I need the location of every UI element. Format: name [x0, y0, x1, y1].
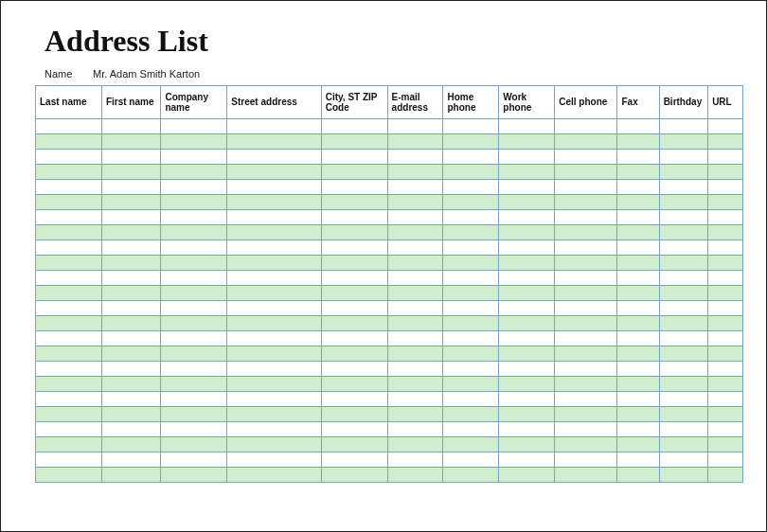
table-cell[interactable]	[101, 271, 161, 286]
table-cell[interactable]	[161, 150, 227, 165]
table-cell[interactable]	[555, 271, 617, 286]
table-cell[interactable]	[659, 119, 708, 134]
table-cell[interactable]	[387, 407, 443, 422]
table-cell[interactable]	[443, 256, 499, 271]
table-cell[interactable]	[617, 195, 659, 210]
table-cell[interactable]	[161, 225, 227, 240]
table-cell[interactable]	[659, 362, 708, 377]
table-cell[interactable]	[321, 407, 387, 422]
table-cell[interactable]	[499, 316, 555, 331]
table-cell[interactable]	[443, 271, 499, 286]
table-cell[interactable]	[321, 256, 387, 271]
table-cell[interactable]	[321, 150, 387, 165]
table-cell[interactable]	[387, 210, 443, 225]
table-cell[interactable]	[36, 437, 102, 452]
table-cell[interactable]	[161, 407, 227, 422]
table-cell[interactable]	[659, 452, 708, 468]
table-cell[interactable]	[387, 346, 443, 362]
table-cell[interactable]	[617, 331, 659, 346]
table-cell[interactable]	[708, 225, 743, 240]
table-cell[interactable]	[101, 165, 161, 180]
table-cell[interactable]	[555, 195, 617, 210]
table-cell[interactable]	[659, 271, 708, 286]
table-cell[interactable]	[387, 150, 443, 165]
table-cell[interactable]	[443, 362, 499, 377]
table-cell[interactable]	[659, 316, 708, 331]
table-cell[interactable]	[36, 301, 102, 316]
table-cell[interactable]	[387, 316, 443, 331]
table-cell[interactable]	[161, 286, 227, 301]
table-cell[interactable]	[101, 407, 161, 422]
table-cell[interactable]	[321, 346, 387, 362]
table-cell[interactable]	[161, 331, 227, 346]
table-cell[interactable]	[443, 286, 499, 301]
table-cell[interactable]	[617, 225, 659, 240]
table-cell[interactable]	[443, 119, 499, 134]
table-cell[interactable]	[708, 165, 743, 180]
table-cell[interactable]	[161, 210, 227, 225]
table-cell[interactable]	[161, 271, 227, 286]
table-cell[interactable]	[387, 422, 443, 437]
table-cell[interactable]	[227, 195, 321, 210]
table-cell[interactable]	[708, 150, 743, 165]
table-cell[interactable]	[659, 331, 708, 346]
table-cell[interactable]	[443, 301, 499, 316]
table-cell[interactable]	[101, 422, 161, 437]
table-cell[interactable]	[555, 134, 617, 150]
table-cell[interactable]	[555, 240, 617, 256]
table-cell[interactable]	[161, 437, 227, 452]
table-cell[interactable]	[161, 180, 227, 195]
table-cell[interactable]	[617, 165, 659, 180]
table-cell[interactable]	[659, 150, 708, 165]
table-cell[interactable]	[555, 422, 617, 437]
table-cell[interactable]	[443, 392, 499, 407]
table-cell[interactable]	[555, 331, 617, 346]
table-cell[interactable]	[555, 362, 617, 377]
table-cell[interactable]	[659, 392, 708, 407]
table-cell[interactable]	[321, 452, 387, 468]
table-cell[interactable]	[659, 256, 708, 271]
table-cell[interactable]	[101, 331, 161, 346]
table-cell[interactable]	[708, 134, 743, 150]
table-cell[interactable]	[387, 468, 443, 483]
table-cell[interactable]	[227, 271, 321, 286]
table-cell[interactable]	[499, 392, 555, 407]
table-cell[interactable]	[161, 195, 227, 210]
table-cell[interactable]	[555, 150, 617, 165]
table-cell[interactable]	[499, 407, 555, 422]
table-cell[interactable]	[227, 240, 321, 256]
table-cell[interactable]	[708, 452, 743, 468]
table-cell[interactable]	[387, 392, 443, 407]
table-cell[interactable]	[555, 407, 617, 422]
table-cell[interactable]	[443, 452, 499, 468]
table-cell[interactable]	[227, 407, 321, 422]
table-cell[interactable]	[36, 316, 102, 331]
table-cell[interactable]	[387, 119, 443, 134]
table-cell[interactable]	[443, 437, 499, 452]
table-cell[interactable]	[321, 134, 387, 150]
table-cell[interactable]	[659, 377, 708, 392]
table-cell[interactable]	[443, 195, 499, 210]
table-cell[interactable]	[708, 407, 743, 422]
table-cell[interactable]	[227, 256, 321, 271]
table-cell[interactable]	[617, 240, 659, 256]
table-cell[interactable]	[161, 377, 227, 392]
table-cell[interactable]	[617, 468, 659, 483]
table-cell[interactable]	[101, 468, 161, 483]
table-cell[interactable]	[101, 150, 161, 165]
table-cell[interactable]	[617, 452, 659, 468]
table-cell[interactable]	[101, 346, 161, 362]
table-cell[interactable]	[161, 362, 227, 377]
table-cell[interactable]	[555, 301, 617, 316]
table-cell[interactable]	[227, 422, 321, 437]
table-cell[interactable]	[499, 452, 555, 468]
table-cell[interactable]	[555, 316, 617, 331]
table-cell[interactable]	[36, 180, 102, 195]
table-cell[interactable]	[708, 362, 743, 377]
table-cell[interactable]	[321, 362, 387, 377]
table-cell[interactable]	[708, 392, 743, 407]
table-cell[interactable]	[659, 301, 708, 316]
table-cell[interactable]	[499, 346, 555, 362]
table-cell[interactable]	[161, 256, 227, 271]
table-cell[interactable]	[387, 331, 443, 346]
